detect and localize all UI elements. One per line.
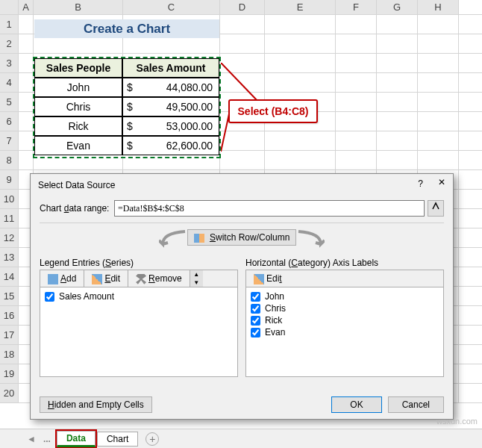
col-head-H[interactable]: H <box>418 0 459 14</box>
edit-axis-button[interactable]: Edit <box>246 270 289 287</box>
col-head-E[interactable]: E <box>265 0 336 14</box>
col-head-D[interactable]: D <box>220 0 265 14</box>
move-up-button[interactable]: ▲ <box>190 270 203 279</box>
cell[interactable] <box>336 112 377 131</box>
cell[interactable] <box>418 15 459 34</box>
cell-name[interactable]: Chris <box>34 97 122 116</box>
table-header-people[interactable]: Sales People <box>34 58 122 78</box>
cell[interactable] <box>19 73 34 92</box>
list-item[interactable]: John <box>249 290 440 302</box>
nav-dots[interactable]: ... <box>40 434 57 444</box>
add-sheet-button[interactable]: + <box>145 432 159 446</box>
cell-amount[interactable]: 62,600.00 <box>139 136 219 155</box>
cell[interactable] <box>377 15 418 34</box>
cell[interactable] <box>19 34 34 53</box>
cell-currency[interactable]: $ <box>122 97 139 116</box>
cell-amount[interactable]: 44,080.00 <box>139 78 219 97</box>
list-item[interactable]: Chris <box>249 302 440 314</box>
dialog-titlebar[interactable]: Select Data Source ? ✕ <box>31 174 453 196</box>
row-head[interactable]: 16 <box>0 306 19 325</box>
cell-currency[interactable]: $ <box>122 78 139 97</box>
cell[interactable] <box>19 93 34 111</box>
row-head[interactable]: 6 <box>0 112 19 131</box>
cell[interactable] <box>336 73 377 92</box>
nav-prev-icon[interactable]: ◄ <box>22 434 40 444</box>
row-head[interactable]: 9 <box>0 170 19 189</box>
cell-name[interactable]: Rick <box>34 116 122 136</box>
cell[interactable] <box>19 15 34 34</box>
cell[interactable] <box>19 131 34 150</box>
cell[interactable] <box>336 151 377 169</box>
col-head-F[interactable]: F <box>336 0 377 14</box>
cell[interactable] <box>418 151 459 169</box>
row-head[interactable]: 13 <box>0 248 19 267</box>
chart-range-input[interactable] <box>114 200 425 217</box>
cell[interactable] <box>377 73 418 92</box>
cell[interactable] <box>19 112 34 131</box>
cell[interactable] <box>377 112 418 131</box>
cell[interactable] <box>418 73 459 92</box>
row-head[interactable]: 8 <box>0 151 19 169</box>
list-item[interactable]: Evan <box>249 326 440 338</box>
cell[interactable] <box>418 93 459 111</box>
list-item[interactable]: Sales Amount <box>43 290 234 302</box>
cell[interactable] <box>336 15 377 34</box>
cell[interactable] <box>377 34 418 53</box>
row-head[interactable]: 18 <box>0 345 19 364</box>
hidden-empty-cells-button[interactable]: Hidden and Empty Cells <box>40 396 152 413</box>
cell-name[interactable]: Evan <box>34 136 122 155</box>
sheet-tab-data[interactable]: Data <box>57 431 96 447</box>
cell[interactable] <box>265 15 336 34</box>
cell[interactable] <box>377 151 418 169</box>
cell[interactable] <box>265 34 336 53</box>
category-checkbox[interactable] <box>251 328 260 337</box>
row-head[interactable]: 5 <box>0 93 19 111</box>
chart-title-cell[interactable]: Create a Chart <box>34 19 219 38</box>
col-head-C[interactable]: C <box>123 0 220 14</box>
cell[interactable] <box>265 54 336 72</box>
row-head[interactable]: 12 <box>0 228 19 247</box>
remove-series-button[interactable]: Remove <box>128 270 190 287</box>
cell[interactable] <box>336 131 377 150</box>
edit-series-button[interactable]: Edit <box>84 270 128 287</box>
category-checkbox[interactable] <box>251 316 260 326</box>
ok-button[interactable]: OK <box>331 396 381 413</box>
cell[interactable] <box>336 54 377 72</box>
cell-amount[interactable]: 49,500.00 <box>139 97 219 116</box>
cell[interactable] <box>377 93 418 111</box>
move-down-button[interactable]: ▼ <box>190 279 203 287</box>
cell[interactable] <box>265 131 336 150</box>
cell[interactable] <box>265 73 336 92</box>
row-head[interactable]: 17 <box>0 326 19 344</box>
cell-amount[interactable]: 53,000.00 <box>139 116 219 136</box>
cell[interactable] <box>336 34 377 53</box>
row-head[interactable]: 4 <box>0 73 19 92</box>
cell[interactable] <box>336 93 377 111</box>
sheet-tab-chart[interactable]: Chart <box>97 432 138 447</box>
category-listbox[interactable]: John Chris Rick Evan <box>245 287 444 377</box>
list-item[interactable]: Rick <box>249 314 440 326</box>
help-button[interactable]: ? <box>418 178 423 189</box>
series-checkbox[interactable] <box>45 292 54 302</box>
row-head[interactable]: 7 <box>0 131 19 150</box>
cell[interactable] <box>418 34 459 53</box>
cell[interactable] <box>418 112 459 131</box>
category-checkbox[interactable] <box>251 292 260 302</box>
row-head[interactable]: 10 <box>0 190 19 208</box>
select-all-corner[interactable] <box>0 0 19 14</box>
series-listbox[interactable]: Sales Amount <box>40 287 238 377</box>
cell-name[interactable]: John <box>34 78 122 97</box>
row-head[interactable]: 1 <box>0 15 19 34</box>
cell-currency[interactable]: $ <box>122 116 139 136</box>
table-header-amount[interactable]: Sales Amount <box>122 58 219 78</box>
cancel-button[interactable]: Cancel <box>388 396 444 413</box>
col-head-A[interactable]: A <box>19 0 34 14</box>
cell[interactable] <box>19 54 34 72</box>
close-button[interactable]: ✕ <box>438 177 445 187</box>
switch-row-column-button[interactable]: SSwitch Row/Columnwitch Row/Column <box>187 229 297 246</box>
cell[interactable] <box>377 54 418 72</box>
cell[interactable] <box>418 131 459 150</box>
row-head[interactable]: 3 <box>0 54 19 72</box>
cell-currency[interactable]: $ <box>122 136 139 155</box>
cell[interactable] <box>377 131 418 150</box>
